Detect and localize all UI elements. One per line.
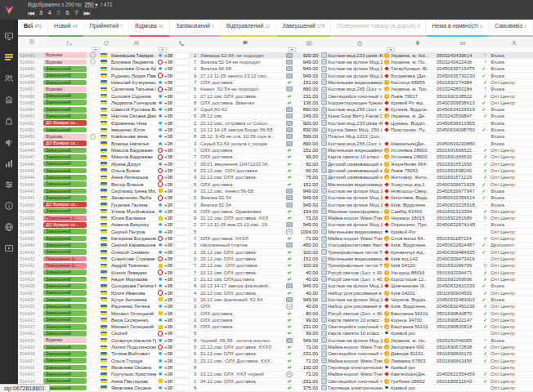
status-badge[interactable]: Завершений (43, 385, 87, 391)
client-name-cell[interactable]: Ксенія Левадня (111, 270, 156, 275)
status-badge[interactable]: Завершений (43, 229, 87, 234)
client-name-cell[interactable]: Ирина Дидух (111, 161, 156, 167)
order-row[interactable]: 514457ВідмоваСалепина Татьяна С..+385Кем… (18, 87, 533, 93)
status-badge[interactable]: Завершений (43, 93, 87, 99)
order-row[interactable]: 514438Повернення (з...Юлия Баланюк+38922… (18, 216, 533, 222)
client-name-cell[interactable]: Станіслав Стрижак (111, 256, 156, 261)
client-name-cell[interactable]: Солодкова Галина В.. (111, 283, 156, 289)
status-badge[interactable]: Завершений (43, 127, 87, 133)
client-name-cell[interactable]: Єфименко Ніна (111, 120, 156, 126)
status-badge[interactable]: Завершений (43, 249, 87, 255)
status-badge[interactable]: Завершений (43, 270, 87, 275)
info-icon[interactable]: i (90, 52, 96, 58)
client-name-cell[interactable]: Гуцалюк Галина (111, 202, 156, 207)
order-row[interactable]: 514429ЗавершенийНадія Мерзаєва✱+38321.12… (18, 276, 533, 283)
client-name-cell[interactable]: Близнюк Людмила .. (111, 59, 156, 65)
client-name-cell[interactable]: Сергей Петров (111, 229, 156, 234)
order-row[interactable]: 514445ЗавершенийОльга Божик+38923.12 смс… (18, 167, 533, 174)
sidebar-item-dashboard[interactable] (4, 31, 15, 42)
client-name-cell[interactable]: Сергей Карамышев (111, 243, 156, 248)
status-badge[interactable]: Завершений (43, 378, 87, 384)
client-name-cell[interactable]: Юлия Иванова (111, 290, 156, 296)
order-row[interactable]: 514458ЗавершенийНиколай Кучеренко✱+387ОЛ… (18, 79, 533, 86)
order-row[interactable]: 514440ДО Возврат ск...Гуцалюк Галина✱+38… (18, 202, 533, 208)
client-name-cell[interactable]: Андрій Ткаченко (111, 263, 156, 269)
client-name-cell[interactable]: Кошелева Ольга Ар.. (111, 66, 156, 72)
order-row[interactable]: 514415ЗавершенийГоргулько Христина..✱+38… (18, 372, 533, 378)
status-badge[interactable]: Завершений (43, 365, 87, 371)
sidebar-item-info[interactable] (4, 201, 15, 212)
status-badge[interactable]: Завершений (43, 324, 87, 330)
order-row[interactable]: 514435ЗавершенийКатерина Богданова+387ОЛ… (18, 235, 533, 242)
status-badge[interactable]: Завершений (43, 175, 87, 180)
status-badge[interactable]: Завершений (43, 283, 87, 289)
client-name-cell[interactable]: Сергієнко Ірина Ми.. (111, 188, 156, 194)
order-row[interactable]: 514434ЗавершенийСергей Карамышев✱+385Нал… (18, 243, 533, 249)
pagination-page-6[interactable]: 6 (66, 10, 69, 16)
order-row[interactable]: 514416ЗавершенийЯковлева Оксана✱+388⇄100… (18, 364, 533, 371)
status-badge[interactable]: Завершений (43, 310, 87, 316)
status-badge[interactable]: Завершений (43, 317, 87, 323)
order-row[interactable]: 514426ЗавершенийКучук Антонина+38016.12 … (18, 296, 533, 303)
order-row[interactable]: 514414ЗавершенийАнна Пастернак+38124.12 … (18, 378, 533, 385)
sidebar-item-stats[interactable] (4, 158, 15, 169)
status-badge[interactable]: ДО Возврат ск... (43, 202, 87, 207)
status-badge[interactable]: Відмова (43, 52, 87, 58)
client-name-cell[interactable]: Горгулько Христина.. (111, 372, 156, 377)
order-row[interactable]: 514430ЗавершенийКсенія Левадня+38722.12 … (18, 270, 533, 276)
status-badge[interactable]: Завершений (43, 168, 87, 174)
order-row[interactable]: 514461ВідмоваiБлизнюк Людмила ..+387Фиал… (18, 59, 533, 65)
status-badge[interactable]: ДО Возврат ск... (43, 222, 87, 228)
client-name-cell[interactable]: Соломія Сідоніна (111, 93, 156, 99)
page-size-dropdown[interactable]: 250 ▾ (85, 2, 98, 8)
client-name-cell[interactable]: Ольга Глущук (111, 358, 156, 363)
order-row[interactable]: 514453ЗавершенийНікітіна Оксана Дми..✱+3… (18, 114, 533, 120)
info-icon[interactable]: i (90, 59, 96, 65)
sidebar-item-video[interactable] (4, 243, 15, 254)
order-row[interactable]: 514460ЗавершенийКошелева Ольга Ар..✱+381… (18, 66, 533, 73)
client-name-cell[interactable]: Надія Мерзаєва (111, 276, 156, 282)
status-badge[interactable]: Повернення (з... (43, 263, 87, 269)
pagination-page-4[interactable]: 4 (48, 10, 52, 16)
order-row[interactable]: 514462ВідмоваiКаневська Тамара ..✱+381Ла… (18, 52, 533, 59)
client-name-cell[interactable]: Николай Кучеренко (111, 79, 156, 85)
order-row[interactable]: 514443ЗавершенийВіктор Власов+385ОЛХ дос… (18, 181, 533, 188)
order-row[interactable]: 514432Повернення (з...Станіслав Стрижак+… (18, 256, 533, 262)
order-row[interactable]: 514418ЗавершенийТетяна Войтович✱+38621.1… (18, 351, 533, 358)
client-name-cell[interactable]: Уляна Мусійовська (111, 208, 156, 214)
status-badge[interactable]: Завершений (43, 148, 87, 154)
client-name-cell[interactable]: Олексій Семанін (111, 249, 156, 255)
status-badge[interactable]: Завершений (43, 345, 87, 350)
status-badge[interactable]: Завершений (43, 189, 87, 194)
order-row[interactable]: 514459ЗавершенийРуденко Лидия Пав..+3892… (18, 73, 533, 79)
status-badge[interactable]: Відмова (43, 60, 87, 65)
column-order-id-header[interactable] (18, 38, 44, 46)
client-name-cell[interactable]: Ситарчук Наталія Гр.. (111, 337, 156, 343)
order-row[interactable]: 514450ВідмоваiКовальова анна✱+38815.12. … (18, 134, 533, 140)
status-badge[interactable]: Завершений (43, 290, 87, 296)
order-row[interactable]: 514427ЗавершенийЮлия Иванова+38422.12 см… (18, 290, 533, 296)
client-name-cell[interactable]: Катерина Богданова (111, 235, 156, 241)
order-row[interactable]: 514436ЗавершенийСергей Петров✱+385₴1004.… (18, 229, 533, 235)
order-row[interactable]: 514439ЗавершенийУляна Мусійовська✱+389ОЛ… (18, 208, 533, 215)
status-badge[interactable]: Завершений (43, 243, 87, 248)
status-badge[interactable]: Завершений (43, 107, 87, 113)
status-badge[interactable]: Завершений (43, 80, 87, 86)
status-badge[interactable]: Завершений (43, 208, 87, 214)
client-name-cell[interactable]: Микола Бадражан (111, 147, 156, 153)
client-name-cell[interactable]: Віктор Власов (111, 181, 156, 187)
order-row[interactable]: 514417ЗавершенийОльга Глущук✱+38023.12 с… (18, 358, 533, 364)
pagination-page-5[interactable]: 5 (57, 10, 60, 16)
status-badge[interactable]: Завершений (43, 297, 87, 303)
client-name-cell[interactable]: Салепина Татьяна С.. (111, 87, 156, 92)
sidebar-item-clients[interactable] (4, 74, 15, 84)
order-row[interactable]: 514437ДО Возврат ск...Анжела Безушку✱+38… (18, 222, 533, 229)
order-row[interactable]: 514423ЗавершенийВера Скляренко✱+383ОЛХ д… (18, 317, 533, 323)
status-badge[interactable]: Завершений (43, 161, 87, 167)
client-name-cell[interactable]: Яковлева Оксана (111, 385, 156, 390)
status-badge[interactable]: Повернення (з... (43, 216, 87, 221)
client-name-cell[interactable]: Михаил Гилецький (111, 324, 156, 330)
order-row[interactable]: 514451ЗавершенийІващенко Юлія✱+38219.12 … (18, 127, 533, 133)
client-name-cell[interactable]: Ольга Божик (111, 167, 156, 173)
order-row[interactable]: 514428ЗавершенийСолодкова Галина В..✱+38… (18, 283, 533, 290)
